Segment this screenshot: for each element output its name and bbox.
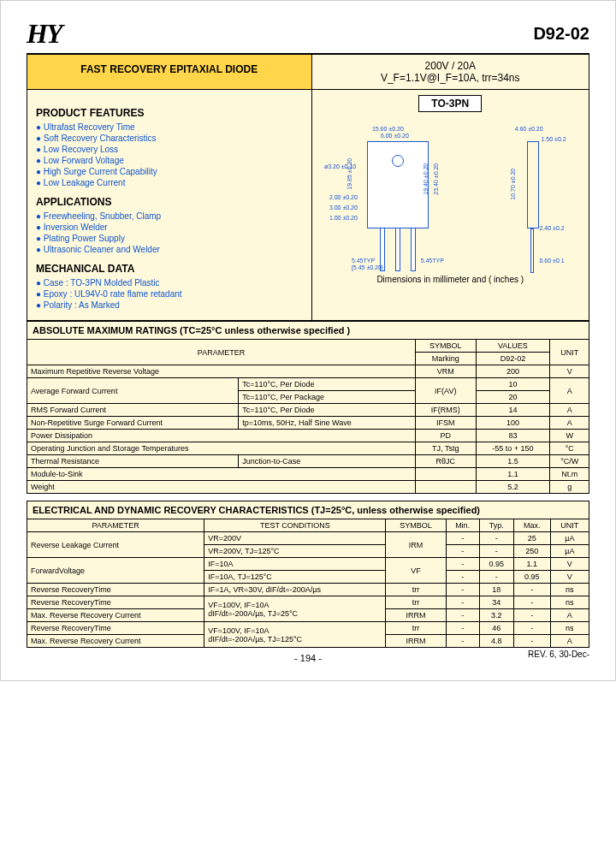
mechanical-heading: MECHANICAL DATA (36, 263, 303, 275)
elec-title: ELECTRICAL AND DYNAMIC RECOVERY CHARACTE… (27, 501, 589, 519)
bullet-item: Freewheeling, Snubber, Clamp (36, 211, 303, 221)
spec-line2: V_F=1.1V@I_F=10A, trr=34ns (317, 72, 584, 84)
datasheet-page: HY D92-02 FAST RECOVERY EPITAXIAL DIODE … (0, 0, 616, 681)
package-diagram: 15.60 ±0.20 6.00 ±0.20 ø3.20 ±0.10 5.45T… (317, 117, 584, 268)
absmax-table: PARAMETER SYMBOL VALUES UNIT Marking D92… (27, 339, 589, 494)
page-footer: REV. 6, 30-Dec- - 194 - (27, 653, 589, 663)
bullet-item: Low Leakage Current (36, 178, 303, 187)
bullet-item: Low Forward Voltage (36, 156, 303, 165)
bullet-item: Inversion Welder (36, 222, 303, 232)
features-heading: PRODUCT FEATURES (36, 107, 303, 119)
dimensions-note: Dimensions in millimeter and ( inches ) (317, 275, 584, 284)
page-number: - 194 - (294, 653, 322, 663)
top-specs: 200V / 20A V_F=1.1V@I_F=10A, trr=34ns (312, 55, 589, 89)
spec-line1: 200V / 20A (317, 60, 584, 72)
left-column: PRODUCT FEATURES Ultrafast Recovery Time… (27, 90, 312, 320)
package-side-view: 4.60 ±0.20 1.50 ±0.2 10.70 ±0.20 2.40 ±0… (520, 124, 546, 261)
company-logo: HY (27, 18, 61, 50)
elec-table: PARAMETER TEST CONDITIONS SYMBOL Min. Ty… (27, 519, 589, 648)
bullet-item: High Surge Current Capability (36, 167, 303, 176)
bullet-item: Polarity : As Marked (36, 300, 303, 310)
bullet-item: Epoxy : UL94V-0 rate flame retadant (36, 289, 303, 299)
bullet-item: Soft Recovery Characteristics (36, 133, 303, 143)
applications-heading: APPLICATIONS (36, 196, 303, 208)
bullet-item: Low Recovery Loss (36, 145, 303, 154)
product-title: FAST RECOVERY EPITAXIAL DIODE (27, 55, 312, 89)
bullet-item: Plating Power Supply (36, 234, 303, 243)
page-header: HY D92-02 (27, 18, 589, 55)
revision: REV. 6, 30-Dec- (528, 650, 589, 659)
package-front-view: 15.60 ±0.20 6.00 ±0.20 ø3.20 ±0.10 5.45T… (355, 124, 441, 261)
bullet-item: Case : TO-3PN Molded Plastic (36, 278, 303, 288)
part-number: D92-02 (533, 24, 589, 44)
bullet-item: Ultrafast Recovery Time (36, 122, 303, 132)
absmax-title: ABSOLUTE MAXIMUM RATINGS (TC=25°C unless… (27, 321, 589, 339)
bullet-item: Ultrasonic Cleaner and Welder (36, 245, 303, 254)
package-label: TO-3PN (418, 95, 482, 112)
package-drawing-area: TO-3PN 15.60 ±0.20 6.00 ±0.20 ø3.20 ±0.1… (312, 90, 589, 320)
